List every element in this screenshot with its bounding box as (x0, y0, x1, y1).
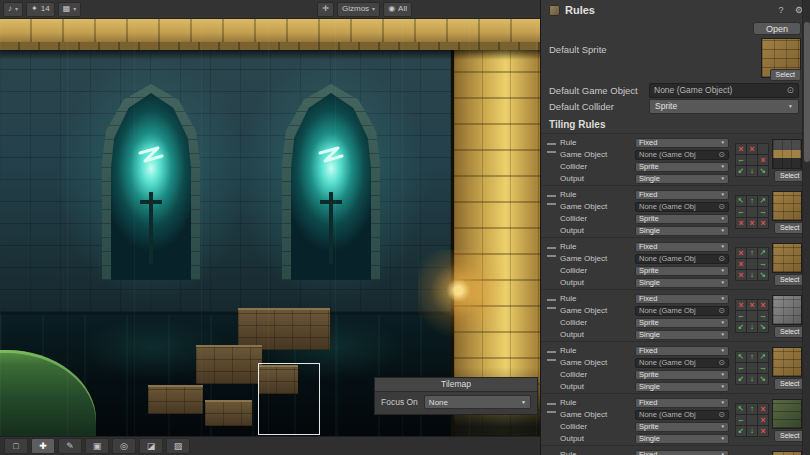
rule-select-button[interactable]: Select (774, 274, 805, 286)
drag-handle-icon[interactable] (547, 247, 556, 257)
neighbor-cell[interactable]: × (736, 259, 746, 269)
neighbor-cell[interactable]: × (758, 426, 768, 436)
scrollbar-thumb[interactable] (804, 22, 810, 162)
neighbor-cell[interactable]: → (758, 207, 768, 217)
rule-select-button[interactable]: Select (774, 430, 805, 442)
neighbor-cell[interactable]: ↓ (747, 270, 757, 280)
drag-handle-icon[interactable] (547, 351, 556, 361)
rule-output-dropdown[interactable]: Single▼ (635, 382, 729, 392)
grid-settings-button[interactable]: ▦ ▾ (58, 2, 82, 17)
rule-game-object-field[interactable]: None (Game Obj⊙ (635, 306, 729, 316)
neighbor-cell[interactable]: × (736, 270, 746, 280)
rule-select-button[interactable]: Select (774, 378, 805, 390)
rule-output-dropdown[interactable]: Single▼ (635, 278, 729, 288)
neighbor-cell[interactable]: ↑ (747, 404, 757, 414)
rule-collider-dropdown[interactable]: Sprite▼ (635, 422, 729, 432)
rule-collider-dropdown[interactable]: Sprite▼ (635, 266, 729, 276)
rule-type-dropdown[interactable]: Fixed▼ (635, 138, 729, 148)
neighbor-cell[interactable]: ↙ (736, 322, 746, 332)
neighbor-cell[interactable]: × (736, 218, 746, 228)
picker-tool[interactable]: ◎ (112, 438, 136, 454)
rule-type-dropdown[interactable]: Fixed▼ (635, 190, 729, 200)
neighbor-cell[interactable]: × (758, 415, 768, 425)
neighbor-cell[interactable]: ↘ (758, 166, 768, 176)
neighbor-cell[interactable]: × (736, 248, 746, 258)
rule-collider-dropdown[interactable]: Sprite▼ (635, 214, 729, 224)
neighbor-center-cell[interactable] (747, 415, 757, 425)
neighbor-cell[interactable]: ↙ (736, 374, 746, 384)
rule-type-dropdown[interactable]: Fixed▼ (635, 242, 729, 252)
rule-sprite-thumb[interactable] (772, 295, 802, 325)
neighbor-cell[interactable]: ← (736, 311, 746, 321)
default-game-object-field[interactable]: None (Game Object) ⊙ (649, 83, 799, 98)
neighbor-cell[interactable]: ↑ (747, 352, 757, 362)
rule-sprite-thumb[interactable] (772, 243, 802, 273)
object-picker-icon[interactable]: ⊙ (786, 85, 794, 95)
neighbor-cell[interactable]: × (736, 300, 746, 310)
neighbor-cell[interactable]: ↓ (747, 426, 757, 436)
neighbor-cell[interactable]: × (758, 300, 768, 310)
drag-handle-icon[interactable] (547, 143, 556, 153)
neighbor-cell[interactable]: ↗ (758, 352, 768, 362)
drag-handle-icon[interactable] (547, 403, 556, 413)
neighbor-cell[interactable]: ← (736, 363, 746, 373)
rule-select-button[interactable]: Select (774, 170, 805, 182)
neighbor-cell[interactable]: × (747, 218, 757, 228)
neighbor-cell[interactable]: × (758, 218, 768, 228)
neighbor-cell[interactable]: × (758, 155, 768, 165)
rule-type-dropdown[interactable]: Fixed▼ (635, 294, 729, 304)
rule-sprite-thumb[interactable] (772, 139, 802, 169)
neighbor-cell[interactable]: × (736, 144, 746, 154)
neighbor-cell[interactable]: ↑ (747, 196, 757, 206)
neighbor-center-cell[interactable] (747, 363, 757, 373)
effects-dropdown[interactable]: ✦ 14 (26, 2, 55, 17)
neighbor-cell[interactable]: ↑ (747, 248, 757, 258)
neighbor-cell[interactable]: ↙ (736, 166, 746, 176)
rule-collider-dropdown[interactable]: Sprite▼ (635, 318, 729, 328)
neighbor-cell[interactable] (758, 144, 768, 154)
default-collider-dropdown[interactable]: Sprite ▼ (649, 99, 799, 114)
gizmos-dropdown[interactable]: Gizmos ▾ (337, 2, 380, 17)
neighbor-cell[interactable]: ↗ (758, 196, 768, 206)
neighbor-cell[interactable]: ↓ (747, 374, 757, 384)
flood-fill-tool[interactable]: ▨ (166, 438, 190, 454)
focus-on-dropdown[interactable]: None ▼ (424, 395, 531, 409)
rule-collider-dropdown[interactable]: Sprite▼ (635, 162, 729, 172)
object-picker-icon[interactable]: ⊙ (718, 203, 725, 211)
neighbor-center-cell[interactable] (747, 207, 757, 217)
neighbor-center-cell[interactable] (747, 259, 757, 269)
neighbor-cell[interactable]: ↘ (758, 270, 768, 280)
neighbor-center-cell[interactable] (747, 155, 757, 165)
object-picker-icon[interactable]: ⊙ (718, 151, 725, 159)
scene-search-field[interactable]: ◉ All (383, 2, 412, 17)
neighbor-cell[interactable]: ↖ (736, 196, 746, 206)
drag-handle-icon[interactable] (547, 195, 556, 205)
rule-game-object-field[interactable]: None (Game Obj⊙ (635, 254, 729, 264)
neighbor-cell[interactable]: ← (736, 207, 746, 217)
rule-sprite-thumb[interactable] (772, 191, 802, 221)
open-button[interactable]: Open (753, 22, 801, 35)
rule-select-button[interactable]: Select (774, 222, 805, 234)
neighbor-cell[interactable]: ↓ (747, 166, 757, 176)
move-tool[interactable]: ✚ (31, 438, 55, 454)
neighbor-cell[interactable]: ↖ (736, 352, 746, 362)
neighbor-center-cell[interactable] (747, 311, 757, 321)
inspector-scrollbar[interactable] (802, 0, 810, 455)
rule-select-button[interactable]: Select (774, 326, 805, 338)
object-picker-icon[interactable]: ⊙ (718, 307, 725, 315)
paint-brush-tool[interactable]: ✎ (58, 438, 82, 454)
neighbor-cell[interactable]: ← (736, 155, 746, 165)
neighbor-cell[interactable]: ↗ (758, 248, 768, 258)
neighbor-cell[interactable]: × (747, 144, 757, 154)
neighbor-cell[interactable]: ↘ (758, 374, 768, 384)
box-fill-tool[interactable]: ▣ (85, 438, 109, 454)
rule-output-dropdown[interactable]: Single▼ (635, 330, 729, 340)
audio-toggle-button[interactable]: ♪ ▾ (3, 2, 23, 17)
rule-game-object-field[interactable]: None (Game Obj⊙ (635, 202, 729, 212)
tool-settings-button[interactable]: ✛ (317, 2, 334, 17)
select-tool[interactable]: □ (4, 438, 28, 454)
rule-type-dropdown[interactable]: Fixed▼ (635, 398, 729, 408)
neighbor-cell[interactable]: ↙ (736, 426, 746, 436)
object-picker-icon[interactable]: ⊙ (718, 411, 725, 419)
help-icon[interactable]: ? (775, 5, 787, 15)
